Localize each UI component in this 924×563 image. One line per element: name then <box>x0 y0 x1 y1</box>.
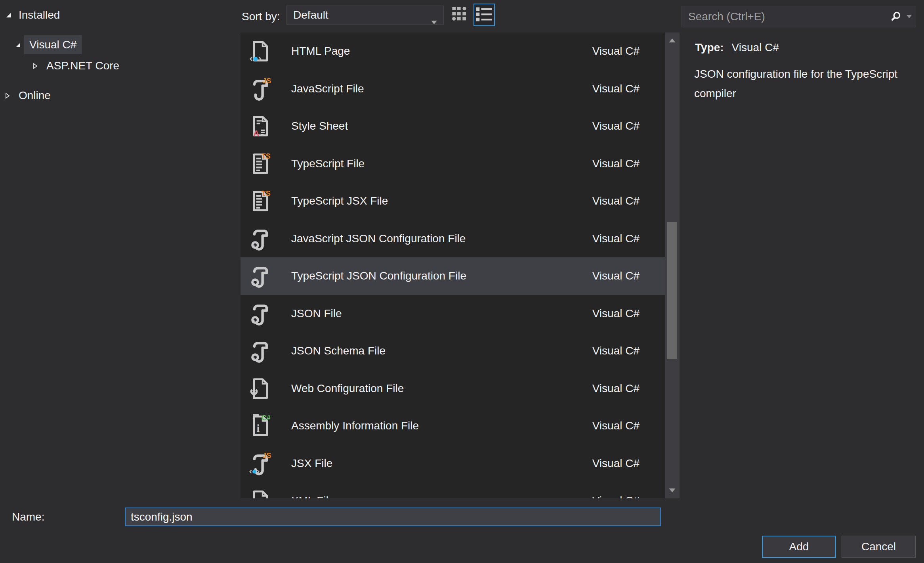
json-file-icon <box>248 264 272 288</box>
sidebar-item-visual-csharp[interactable]: Visual C# <box>14 35 82 54</box>
template-list: HTML PageVisual C# JSJavaScript FileVisu… <box>241 33 665 498</box>
search-input[interactable]: Search (Ctrl+E) <box>682 6 916 27</box>
item-category: Visual C# <box>592 382 640 395</box>
item-category: Visual C# <box>592 270 640 282</box>
sidebar-item-installed[interactable]: Installed <box>5 8 60 22</box>
small-icons-view-button[interactable] <box>450 6 469 25</box>
small-icons-view-icon <box>452 6 468 24</box>
expanded-arrow-icon[interactable] <box>14 41 22 49</box>
json-file-icon <box>248 302 272 326</box>
list-item[interactable]: JS JSX FileVisual C# <box>241 445 665 483</box>
list-item[interactable]: JSON FileVisual C# <box>241 295 665 333</box>
name-label: Name: <box>12 511 44 523</box>
list-item[interactable]: iC#Assembly Information FileVisual C# <box>241 407 665 445</box>
item-name: JSON Schema File <box>291 345 592 357</box>
web-config-icon <box>248 377 272 400</box>
add-new-item-dialog: Installed Visual C# ASP.NET Core Online … <box>0 0 924 563</box>
list-item[interactable]: Web Configuration FileVisual C# <box>241 370 665 408</box>
search-placeholder: Search (Ctrl+E) <box>688 10 890 23</box>
svg-text:JS: JS <box>263 452 271 460</box>
sidebar-item-label: Installed <box>19 9 60 21</box>
item-name: TypeScript File <box>291 157 592 170</box>
type-value: Visual C# <box>732 41 779 54</box>
list-item[interactable]: TypeScript JSON Configuration FileVisual… <box>241 257 665 295</box>
cancel-button[interactable]: Cancel <box>842 536 916 558</box>
list-item[interactable]: XML FileVisual C# <box>241 482 665 498</box>
item-category: Visual C# <box>592 232 640 245</box>
svg-text:TS: TS <box>262 152 271 160</box>
item-name: HTML Page <box>291 45 592 57</box>
item-category: Visual C# <box>592 82 640 95</box>
scrollbar-thumb[interactable] <box>667 222 677 359</box>
json-file-icon <box>248 339 272 363</box>
name-input[interactable] <box>125 507 661 526</box>
item-category: Visual C# <box>592 195 640 207</box>
chevron-down-icon <box>431 14 437 27</box>
item-name: Style Sheet <box>291 120 592 132</box>
item-name: JSX File <box>291 457 592 470</box>
list-view-button[interactable] <box>473 4 495 26</box>
chevron-down-icon[interactable] <box>907 15 912 18</box>
svg-text:A: A <box>253 129 259 138</box>
list-item[interactable]: TSTypeScript FileVisual C# <box>241 145 665 183</box>
svg-text:JS: JS <box>263 77 271 85</box>
sort-by-dropdown[interactable]: Default <box>286 6 444 25</box>
list-item[interactable]: TSTypeScript JSX FileVisual C# <box>241 182 665 220</box>
list-item[interactable]: JSON Schema FileVisual C# <box>241 332 665 370</box>
expanded-arrow-icon[interactable] <box>5 11 12 19</box>
item-name: XML File <box>291 494 592 498</box>
item-category: Visual C# <box>592 457 640 470</box>
svg-text:i: i <box>257 423 260 434</box>
svg-text:TS: TS <box>262 190 271 197</box>
item-category: Visual C# <box>592 419 640 432</box>
item-name: JavaScript File <box>291 82 592 95</box>
item-name: TypeScript JSX File <box>291 195 592 207</box>
sort-by-label: Sort by: <box>242 10 280 23</box>
svg-text:C#: C# <box>262 414 271 422</box>
collapsed-arrow-icon[interactable] <box>32 62 38 70</box>
assembly-info-icon: iC# <box>248 414 272 438</box>
add-button[interactable]: Add <box>762 536 836 558</box>
xml-file-icon <box>248 489 272 498</box>
item-name: Assembly Information File <box>291 419 592 432</box>
scroll-down-icon[interactable] <box>665 483 680 498</box>
list-item[interactable]: JavaScript JSON Configuration FileVisual… <box>241 220 665 258</box>
list-item[interactable]: A Style SheetVisual C# <box>241 107 665 145</box>
item-category: Visual C# <box>592 45 640 57</box>
jsx-file-icon: JS <box>248 452 272 475</box>
scroll-up-icon[interactable] <box>665 33 680 48</box>
item-category: Visual C# <box>592 307 640 320</box>
scrollbar[interactable] <box>665 33 680 498</box>
item-name: Web Configuration File <box>291 382 592 395</box>
collapsed-arrow-icon[interactable] <box>4 92 11 100</box>
item-name: TypeScript JSON Configuration File <box>291 270 592 282</box>
sort-by-value: Default <box>293 9 328 21</box>
js-file-icon: JS <box>248 77 272 101</box>
item-category: Visual C# <box>592 120 640 132</box>
ts-file-icon: TS <box>248 152 272 176</box>
sidebar-item-label: Online <box>19 89 51 102</box>
json-file-icon <box>248 227 272 251</box>
template-description: JSON configuration file for the TypeScri… <box>694 64 924 103</box>
ts-file-icon: TS <box>248 189 272 213</box>
item-name: JSON File <box>291 307 592 320</box>
sidebar-item-aspnet-core[interactable]: ASP.NET Core <box>32 59 119 73</box>
list-item[interactable]: JSJavaScript FileVisual C# <box>241 70 665 108</box>
sidebar-item-label: Visual C# <box>24 35 82 54</box>
html-file-icon <box>248 39 272 63</box>
list-view-icon <box>475 7 493 23</box>
type-label: Type: <box>695 41 724 54</box>
item-category: Visual C# <box>592 157 640 170</box>
style-sheet-icon: A <box>248 114 272 138</box>
sidebar-item-online[interactable]: Online <box>4 88 51 103</box>
list-item[interactable]: HTML PageVisual C# <box>241 33 665 70</box>
item-category: Visual C# <box>592 345 640 357</box>
item-category: Visual C# <box>592 494 640 498</box>
template-type-row: Type:Visual C# <box>695 41 779 54</box>
item-name: JavaScript JSON Configuration File <box>291 232 592 245</box>
sidebar-item-label: ASP.NET Core <box>46 59 119 72</box>
search-icon[interactable] <box>890 10 903 23</box>
